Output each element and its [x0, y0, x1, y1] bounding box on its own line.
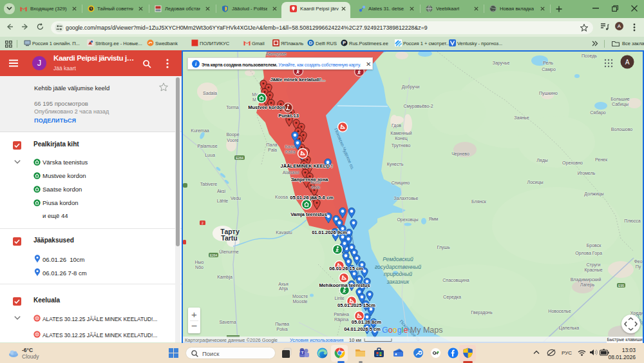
svg-text:Torma: Torma [226, 105, 239, 110]
svg-text:Ныо: Ныо [195, 260, 204, 264]
svg-text:Пылва: Пылва [275, 322, 289, 326]
svg-text:E264: E264 [210, 253, 218, 257]
svg-text:Трутнево: Трутнево [392, 143, 411, 148]
svg-text:Авинурме: Авинурме [265, 52, 286, 57]
svg-text:Ренек: Ренек [595, 157, 608, 162]
svg-text:Заручье: Заручье [493, 61, 510, 66]
svg-text:Jääle minek keelatudl!...: Jääle minek keelatudl!... [270, 77, 326, 83]
svg-text:Ahja: Ahja [279, 286, 288, 291]
svg-text:Кали: Кали [285, 144, 296, 149]
svg-text:Новоселье: Новоселье [548, 309, 571, 313]
svg-text:Palamuse: Palamuse [197, 144, 217, 148]
svg-text:Владимирский: Владимирский [571, 277, 601, 282]
svg-text:Игомель: Игомель [578, 171, 596, 175]
svg-text:Polva: Polva [276, 327, 288, 331]
svg-text:Sadala: Sadala [203, 91, 217, 95]
svg-text:Запретная зона: Запретная зона [291, 177, 329, 182]
svg-text:Ямм: Ямм [429, 217, 439, 221]
svg-text:Linte: Linte [334, 296, 344, 300]
svg-text:01.01.2026 9cm: 01.01.2026 9cm [312, 230, 347, 235]
svg-text:Орлова Гора: Орлова Гора [575, 251, 602, 256]
svg-text:Koosa: Koosa [275, 195, 288, 199]
svg-text:Nõo: Nõo [195, 265, 204, 270]
svg-text:Пушкино: Пушкино [539, 91, 558, 96]
svg-text:Моосте: Моосте [292, 294, 308, 299]
svg-text:E95: E95 [618, 284, 624, 288]
svg-text:Должицы: Должицы [584, 191, 603, 197]
svg-text:Псоедь: Псоедь [582, 54, 597, 59]
svg-text:государственный: государственный [375, 264, 421, 270]
svg-text:Luua: Luua [205, 153, 215, 157]
svg-text:Гдов: Гдов [392, 123, 401, 128]
svg-text:Спицино: Спицино [392, 181, 410, 186]
svg-text:Kambja: Kambja [217, 275, 232, 280]
svg-text:Mehikoorma teenistus: Mehikoorma teenistus [319, 282, 370, 288]
svg-text:04.01.2026 5 cm: 04.01.2026 5 cm [344, 326, 381, 332]
svg-text:Äksi: Äksi [217, 189, 226, 193]
svg-text:Лагерь: Лагерь [580, 282, 595, 288]
svg-text:Vedu: Vedu [231, 196, 241, 201]
svg-text:Красные: Красные [584, 268, 602, 273]
svg-text:Заянье: Заянье [514, 115, 529, 120]
svg-text:Добручи: Добручи [402, 84, 420, 90]
svg-text:Глушь: Глушь [437, 245, 450, 250]
svg-text:Рель: Рель [543, 61, 553, 65]
svg-text:Блянск: Блянск [471, 199, 487, 204]
svg-text:Волошово: Волошово [611, 127, 633, 132]
svg-text:Vamja teenistus: Vamja teenistus [290, 211, 327, 217]
svg-text:Плюсса: Плюсса [624, 219, 640, 223]
svg-text:заказник: заказник [386, 279, 410, 285]
svg-text:Бровск: Бровск [587, 243, 602, 248]
svg-text:Коли: Коли [310, 180, 321, 184]
svg-text:05.01.26 8cm: 05.01.26 8cm [352, 319, 382, 325]
svg-text:Alatskivi: Alatskivi [283, 170, 299, 175]
svg-text:05.01.26 jää 5-6 cm: 05.01.26 jää 5-6 cm [290, 195, 334, 201]
svg-text:P: P [343, 40, 346, 46]
svg-text:JÄÄLEMINEK KEELD !: JÄÄLEMINEK KEELD ! [281, 163, 333, 169]
svg-text:Гверздонь: Гверздонь [471, 310, 493, 315]
svg-text:Залахтовье: Залахтовье [394, 196, 419, 201]
svg-text:Лосицы: Лосицы [527, 180, 544, 185]
svg-text:2: 2 [202, 221, 204, 225]
svg-text:Kuremaa: Kuremaa [191, 128, 209, 133]
svg-text:Boope: Boope [226, 132, 239, 137]
svg-text:Kavastu: Kavastu [276, 230, 292, 235]
svg-text:D: D [309, 40, 313, 46]
svg-text:Tartu: Tartu [221, 234, 237, 242]
svg-text:T: T [301, 351, 304, 355]
svg-text:Середка: Середка [443, 295, 461, 300]
svg-text:Pala: Pala [268, 148, 277, 152]
svg-text:Цапелька: Цапелька [559, 326, 580, 331]
svg-text:A: A [625, 59, 630, 66]
svg-text:Räpina: Räpina [334, 317, 348, 322]
svg-text:Saverna: Saverna [219, 320, 236, 324]
svg-text:Lähte: Lähte [217, 199, 229, 203]
svg-text:Чернево: Чернево [451, 152, 469, 157]
svg-text:06.01.26 15 cm: 06.01.26 15 cm [329, 266, 363, 271]
svg-text:E264: E264 [236, 156, 243, 160]
svg-text:Каменный: Каменный [390, 131, 412, 135]
svg-text:Спасовщина: Спасовщина [442, 278, 469, 283]
svg-text:Сябаро: Сябаро [590, 110, 605, 115]
svg-text:Kolk: Kolk [311, 185, 320, 190]
svg-text:Google My Maps: Google My Maps [382, 326, 443, 335]
svg-text:Ляды: Ляды [536, 158, 548, 163]
svg-text:природный: природный [384, 271, 412, 277]
svg-text:Кунесть: Кунесть [387, 162, 404, 167]
svg-text:Kalla: Kalla [285, 150, 296, 154]
svg-text:Пала: Пала [267, 142, 278, 147]
svg-text:Ülenurme: Ülenurme [219, 250, 238, 254]
svg-text:05.01.2025 15cm: 05.01.2025 15cm [337, 302, 375, 308]
svg-text:Ремдовский: Ремдовский [383, 256, 413, 262]
svg-text:Tabivere: Tabivere [200, 182, 218, 186]
svg-text:Voore: Voore [227, 138, 238, 142]
svg-text:Ахья: Ахья [278, 282, 289, 286]
svg-text:Самро: Самро [542, 67, 556, 72]
svg-text:Ореховно: Ореховно [562, 161, 583, 166]
svg-text:Punkt-13: Punkt-13 [278, 113, 299, 119]
svg-text:Пу: Пу [636, 264, 641, 270]
svg-text:М: М [252, 97, 256, 102]
svg-text:Ряпина: Ряпина [334, 312, 349, 317]
svg-text:Сабицы: Сабицы [612, 102, 629, 107]
svg-text:Конец: Конец [395, 136, 408, 141]
